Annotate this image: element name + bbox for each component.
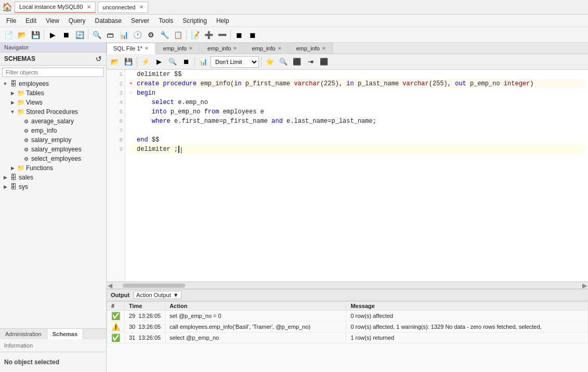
tree-item-select-employees[interactable]: ⚙ select_employees <box>0 154 106 163</box>
scroll-left-btn[interactable]: ◀ <box>108 282 112 289</box>
stop-query-btn[interactable]: ⏹ <box>180 56 192 68</box>
sql-tab-empinfo4-close[interactable]: ✕ <box>322 46 326 51</box>
code-content[interactable]: delimiter $$ ● create procedure emp_info… <box>125 70 588 281</box>
tree-item-functions[interactable]: ▶ 📁 Functions <box>0 163 106 173</box>
output-row-30[interactable]: ⚠️ 30 13:26:05 call employees.emp_info('… <box>107 322 588 332</box>
sql-tab-empinfo2-close[interactable]: ✕ <box>233 46 237 51</box>
code-line-2[interactable]: ● create procedure emp_info( in p_first_… <box>129 79 584 88</box>
schema-btn[interactable]: 🗃 <box>104 29 116 41</box>
refresh-schemas-icon[interactable]: ↺ <box>96 55 102 63</box>
menu-edit[interactable]: Edit <box>21 16 41 25</box>
code-line-7[interactable] <box>129 126 584 135</box>
tree-item-views[interactable]: ▶ 📁 Views <box>0 98 106 107</box>
expand-employees-icon[interactable]: ▼ <box>2 81 8 86</box>
horizontal-scrollbar[interactable]: ◀ ▶ <box>107 281 588 289</box>
config-btn[interactable]: 🔧 <box>158 29 171 41</box>
limit-select[interactable]: Don't Limit Limit to 10 Limit to 100 Lim… <box>211 56 259 68</box>
sql-tab-empinfo2[interactable]: emp_info ✕ <box>201 43 244 54</box>
open-btn[interactable]: 📂 <box>16 29 28 41</box>
explain-btn[interactable]: 📊 <box>117 29 130 41</box>
tree-item-sys[interactable]: ▶ 🗄 sys <box>0 182 106 191</box>
run-explain-btn[interactable]: 🔍 <box>166 56 179 68</box>
save-btn[interactable]: 💾 <box>29 29 42 41</box>
output-row-29[interactable]: ✅ 29 13:26:05 set @p_emp_no = 0 0 row(s)… <box>107 311 588 322</box>
stop-btn[interactable]: ⏹ <box>60 29 72 41</box>
sql-tab-empinfo3[interactable]: emp_info ✕ <box>245 43 288 54</box>
sql-tab-empinfo1[interactable]: emp_info ✕ <box>156 43 200 54</box>
more-btn[interactable]: ⬛ <box>318 56 330 68</box>
action-output-dropdown[interactable]: Action Output ▼ <box>134 291 181 299</box>
refresh-btn[interactable]: 🔄 <box>73 29 86 41</box>
expand-sales-icon[interactable]: ▶ <box>2 175 8 180</box>
expand-tables-icon[interactable]: ▶ <box>9 91 16 96</box>
code-line-8[interactable]: end $$ <box>129 135 584 145</box>
tab-schemas[interactable]: Schemas <box>47 329 83 339</box>
inspect-btn[interactable]: 🔍 <box>90 29 103 41</box>
indent-btn[interactable]: ⇥ <box>304 56 317 68</box>
tree-item-stored-procedures[interactable]: ▼ 📁 Stored Procedures <box>0 107 106 117</box>
new-query-btn[interactable]: 📄 <box>2 29 15 41</box>
format-sql-btn[interactable]: ⬛ <box>291 56 303 68</box>
tab-administration[interactable]: Administration <box>0 329 47 339</box>
menu-view[interactable]: View <box>42 16 63 25</box>
code-line-4[interactable]: select e.emp_no <box>129 98 584 107</box>
tree-item-emp-info[interactable]: ⚙ emp_info <box>0 126 106 135</box>
expand-sys-icon[interactable]: ▶ <box>2 184 8 189</box>
menu-query[interactable]: Query <box>64 16 90 25</box>
sql-tab-empinfo1-close[interactable]: ✕ <box>189 46 193 51</box>
snippet-btn[interactable]: 📝 <box>189 29 201 41</box>
menu-scripting[interactable]: Scripting <box>178 16 211 25</box>
filter-input[interactable] <box>2 68 104 77</box>
menu-database[interactable]: Database <box>91 16 126 25</box>
home-icon[interactable]: 🏠 <box>2 2 12 12</box>
tree-item-salary-employees[interactable]: ⚙ salary_employees <box>0 145 106 154</box>
table-btn[interactable]: 📋 <box>172 29 184 41</box>
star-btn[interactable]: ⭐ <box>264 56 276 68</box>
code-line-6[interactable]: where e.first_name=p_first_name and e.la… <box>129 117 584 126</box>
run-btn[interactable]: ▶ <box>46 29 59 41</box>
line-num-9: 9 <box>109 145 123 154</box>
code-editor[interactable]: 1 2 3 4 5 6 7 8 9 delimiter $$ ● cr <box>107 70 588 281</box>
close-icon-local[interactable]: ✕ <box>87 4 91 10</box>
tree-item-average-salary[interactable]: ⚙ average_salary <box>0 117 106 126</box>
output-table[interactable]: # Time Action Message ✅ 29 13:26:05 set … <box>107 301 588 372</box>
sql-tab-empinfo4[interactable]: emp_info ✕ <box>290 43 333 54</box>
code-line-1[interactable]: delimiter $$ <box>129 70 584 79</box>
code-line-3[interactable]: ○ begin <box>129 88 584 98</box>
more2-btn[interactable]: ◼ <box>246 29 259 41</box>
menu-server[interactable]: Server <box>127 16 153 25</box>
more1-btn[interactable]: ◼ <box>233 29 245 41</box>
action-output-table: # Time Action Message ✅ 29 13:26:05 set … <box>107 301 588 343</box>
code-line-5[interactable]: into p_emp_no from employees e <box>129 107 584 117</box>
expand-views-icon[interactable]: ▶ <box>9 100 16 105</box>
menu-file[interactable]: File <box>2 16 20 25</box>
save-file-btn[interactable]: 💾 <box>122 56 135 68</box>
code-line-9[interactable]: delimiter ; | <box>129 145 584 154</box>
scroll-thumb[interactable] <box>123 284 185 288</box>
open-file-btn[interactable]: 📂 <box>109 56 121 68</box>
menu-tools[interactable]: Tools <box>154 16 177 25</box>
output-row-31[interactable]: ✅ 31 13:26:05 select @p_emp_no 1 row(s) … <box>107 332 588 343</box>
add-snippet-btn[interactable]: ➕ <box>202 29 215 41</box>
expand-functions-icon[interactable]: ▶ <box>9 165 16 171</box>
scroll-right-btn[interactable]: ▶ <box>582 282 587 289</box>
expand-procs-icon[interactable]: ▼ <box>9 109 16 114</box>
run-query-btn[interactable]: ⚡ <box>139 56 152 68</box>
title-tab-unconnected[interactable]: unconnected ✕ <box>98 2 148 13</box>
title-tab-local[interactable]: Local instance MySQL80 ✕ <box>15 2 96 13</box>
magnify-btn[interactable]: 🔍 <box>277 56 290 68</box>
minus-btn[interactable]: ➖ <box>216 29 228 41</box>
close-icon-unconnected[interactable]: ✕ <box>139 4 143 10</box>
format-btn[interactable]: ⚙ <box>145 29 157 41</box>
tree-item-salary-employ[interactable]: ⚙ salary_employ <box>0 135 106 145</box>
tree-item-tables[interactable]: ▶ 📁 Tables <box>0 88 106 98</box>
tree-item-sales[interactable]: ▶ 🗄 sales <box>0 173 106 182</box>
menu-help[interactable]: Help <box>212 16 233 25</box>
history-btn[interactable]: 🕐 <box>131 29 143 41</box>
tree-item-employees[interactable]: ▼ 🗄 employees <box>0 79 106 88</box>
sql-tab-empinfo3-close[interactable]: ✕ <box>278 46 282 51</box>
run-selected-btn[interactable]: ▶ <box>153 56 165 68</box>
sql-tab-file1-close[interactable]: ✕ <box>145 46 149 51</box>
sql-tab-file1[interactable]: SQL File 1* ✕ <box>107 43 155 54</box>
toggle-output-btn[interactable]: 📊 <box>197 56 210 68</box>
